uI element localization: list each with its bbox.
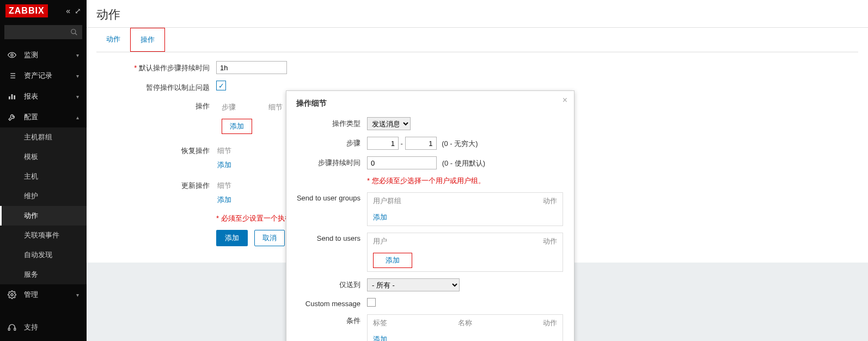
label-update: 更新操作 xyxy=(96,179,216,191)
tab-action[interactable]: 动作 xyxy=(96,28,130,52)
label-groups: Send to user groups xyxy=(296,192,367,202)
nav-reports[interactable]: 报表 ▾ xyxy=(0,86,87,107)
label-recovery: 恢复操作 xyxy=(96,144,216,156)
nav-admin[interactable]: 管理 ▾ xyxy=(0,284,87,305)
cond-table: 标签 名称 动作 添加 xyxy=(367,314,563,341)
add-operation-link[interactable]: 添加 xyxy=(222,119,252,134)
add-cond-link[interactable]: 添加 xyxy=(373,335,387,341)
svg-rect-13 xyxy=(8,328,10,330)
input-dur[interactable] xyxy=(367,156,437,169)
chevron-up-icon: ▴ xyxy=(76,114,79,120)
sidebar-item-correlation[interactable]: 关联项事件 xyxy=(0,226,87,245)
svg-line-1 xyxy=(75,33,77,35)
expand-icon[interactable]: ⤢ xyxy=(75,7,81,15)
label-step: 步骤 xyxy=(296,137,367,148)
label-operations: 操作 xyxy=(96,99,216,111)
eye-icon xyxy=(8,51,17,59)
svg-point-0 xyxy=(71,29,76,34)
sidebar-item-actions[interactable]: 动作 xyxy=(0,206,87,226)
tab-operation[interactable]: 操作 xyxy=(130,28,165,52)
sidebar-item-maintenance[interactable]: 维护 xyxy=(0,186,87,206)
add-user-link[interactable]: 添加 xyxy=(373,253,412,268)
nav-label: 报表 xyxy=(24,92,38,101)
collapse-icon[interactable]: « xyxy=(66,7,70,15)
wrench-icon xyxy=(8,113,17,121)
modal-title: 操作细节 xyxy=(296,99,564,108)
hint-dur: (0 - 使用默认) xyxy=(442,159,485,167)
nav-inventory[interactable]: 资产记录 ▾ xyxy=(0,65,87,86)
label-msg: Custom message xyxy=(296,298,367,308)
sidebar-item-hosts[interactable]: 主机 xyxy=(0,167,87,186)
input-step-from[interactable] xyxy=(367,137,399,150)
svg-rect-14 xyxy=(14,328,16,330)
btn-cancel[interactable]: 取消 xyxy=(254,230,285,246)
label-cond: 条件 xyxy=(296,314,367,326)
label-users: Send to users xyxy=(296,233,367,242)
chart-icon xyxy=(8,92,17,101)
sidebar-item-services[interactable]: 服务 xyxy=(0,265,87,284)
input-default-step[interactable] xyxy=(216,61,287,74)
add-group-link[interactable]: 添加 xyxy=(373,213,387,221)
nav-config[interactable]: 配置 ▴ xyxy=(0,107,87,127)
svg-point-12 xyxy=(11,294,13,296)
btn-add[interactable]: 添加 xyxy=(216,230,248,246)
chevron-down-icon: ▾ xyxy=(76,292,79,298)
gear-icon xyxy=(8,290,17,299)
config-submenu: 主机群组 模板 主机 维护 动作 关联项事件 自动发现 服务 xyxy=(0,127,87,284)
checkbox-custom-msg[interactable] xyxy=(367,298,376,307)
svg-rect-11 xyxy=(14,95,15,99)
label-op-type: 操作类型 xyxy=(296,117,367,129)
chevron-down-icon: ▾ xyxy=(76,94,79,100)
label-pause: 暂停操作以制止问题 xyxy=(96,81,216,93)
sidebar-item-templates[interactable]: 模板 xyxy=(0,147,87,167)
nav-support[interactable]: 支持 xyxy=(0,318,87,337)
checkbox-pause[interactable]: ✓ xyxy=(216,81,226,90)
select-op-type[interactable]: 发送消息 xyxy=(367,117,411,130)
modal-operation-detail: × 操作细节 操作类型 发送消息 步骤 - (0 - 无穷大) 步骤持续时间 (… xyxy=(286,90,574,341)
modal-warning: * 您必须至少选择一个用户或用户组。 xyxy=(367,176,485,186)
page-title: 动作 xyxy=(87,0,868,28)
nav-label: 资产记录 xyxy=(24,71,52,81)
groups-table: 用户群组动作 添加 xyxy=(367,192,563,226)
chevron-down-icon: ▾ xyxy=(76,52,79,58)
hint-step: (0 - 无穷大) xyxy=(442,139,478,148)
users-table: 用户动作 添加 xyxy=(367,233,563,272)
nav-label: 支持 xyxy=(24,322,38,332)
nav-label: 管理 xyxy=(24,290,38,300)
nav-label: 配置 xyxy=(24,112,38,122)
headset-icon xyxy=(8,323,17,332)
svg-rect-10 xyxy=(11,94,13,99)
svg-point-2 xyxy=(11,54,13,56)
tabs: 动作 操作 xyxy=(96,28,858,52)
sidebar-item-hostgroups[interactable]: 主机群组 xyxy=(0,127,87,147)
search-input[interactable] xyxy=(4,25,82,39)
logo-row: ZABBIX « ⤢ xyxy=(0,0,87,22)
close-icon[interactable]: × xyxy=(563,95,567,105)
label-default-step: 默认操作步骤持续时间 xyxy=(96,61,216,73)
select-only[interactable]: - 所有 - xyxy=(367,278,460,291)
input-step-to[interactable] xyxy=(405,137,437,150)
label-only: 仅送到 xyxy=(296,278,367,290)
nav-label: 监测 xyxy=(24,50,38,60)
add-update-link[interactable]: 添加 xyxy=(217,196,231,204)
svg-rect-9 xyxy=(9,96,10,99)
list-icon xyxy=(8,71,17,80)
nav-monitor[interactable]: 监测 ▾ xyxy=(0,45,87,65)
brand-logo[interactable]: ZABBIX xyxy=(5,4,48,17)
sidebar: ZABBIX « ⤢ 监测 ▾ 资产记录 ▾ 报表 ▾ 配置 ▴ xyxy=(0,0,87,341)
add-recovery-link[interactable]: 添加 xyxy=(217,161,231,169)
search-icon xyxy=(70,28,78,36)
chevron-down-icon: ▾ xyxy=(76,73,79,79)
label-dur: 步骤持续时间 xyxy=(296,156,367,168)
sidebar-item-discovery[interactable]: 自动发现 xyxy=(0,245,87,265)
